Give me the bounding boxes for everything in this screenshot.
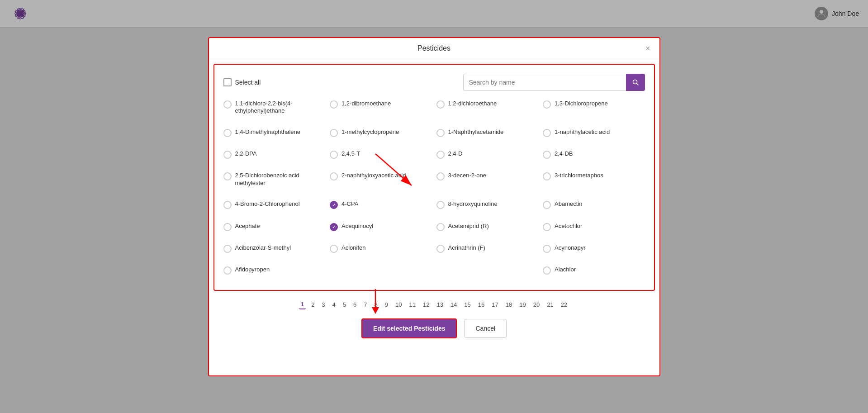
page-number-13[interactable]: 13 (435, 300, 445, 309)
list-item[interactable]: 4-Bromo-2-Chlorophenol (223, 200, 326, 215)
list-item[interactable]: 1,4-Dimethylnaphthalene (223, 128, 326, 143)
list-item[interactable]: 3-decen-2-one (436, 172, 539, 193)
list-item[interactable]: 1-Naphthylacetamide (436, 128, 539, 143)
radio-button[interactable] (223, 172, 232, 180)
radio-button[interactable] (330, 245, 338, 253)
pesticide-name: 8-hydroxyquinoline (448, 200, 498, 208)
radio-button[interactable] (330, 172, 338, 180)
list-item[interactable]: ✓4-CPA (330, 200, 432, 215)
pesticide-name: Afidopyropen (235, 266, 270, 274)
radio-button[interactable] (543, 223, 551, 231)
page-number-19[interactable]: 19 (517, 300, 527, 309)
list-item[interactable]: ✓Acequinocyl (330, 223, 432, 237)
list-item[interactable]: Acrinathrin (F) (436, 244, 539, 259)
list-item[interactable]: 1,1-dichloro-2,2-bis(4-ethylphenyl)ethan… (223, 100, 326, 121)
edit-selected-button[interactable]: Edit selected Pesticides (361, 318, 457, 338)
radio-button[interactable] (436, 172, 445, 180)
pesticide-name: 1-methylcyclopropene (342, 128, 399, 136)
page-number-14[interactable]: 14 (449, 300, 459, 309)
radio-button[interactable] (223, 245, 232, 253)
page-number-2[interactable]: 2 (309, 300, 316, 309)
page-number-18[interactable]: 18 (504, 300, 514, 309)
radio-button[interactable] (543, 172, 551, 180)
pesticide-name: 1,1-dichloro-2,2-bis(4-ethylphenyl)ethan… (235, 100, 326, 115)
radio-button[interactable] (543, 151, 551, 159)
page-number-15[interactable]: 15 (462, 300, 472, 309)
page-number-1[interactable]: 1 (299, 300, 306, 309)
list-item[interactable]: Acetochlor (543, 223, 645, 237)
search-button[interactable] (626, 74, 645, 91)
list-item[interactable]: 2-naphthyloxyacetic acid (330, 172, 432, 193)
list-item[interactable]: 2,4-D (436, 150, 539, 165)
cancel-button[interactable]: Cancel (464, 319, 507, 338)
modal-close-button[interactable]: × (645, 43, 650, 53)
page-number-16[interactable]: 16 (476, 300, 486, 309)
list-item[interactable]: Acephate (223, 223, 326, 237)
list-item[interactable]: Acibenzolar-S-methyl (223, 244, 326, 259)
radio-button[interactable] (330, 151, 338, 159)
select-all-checkbox[interactable] (223, 78, 232, 86)
page-number-6[interactable]: 6 (351, 300, 358, 309)
list-item[interactable]: Aclonifen (330, 244, 432, 259)
page-number-17[interactable]: 17 (490, 300, 500, 309)
radio-button[interactable] (223, 151, 232, 159)
radio-button[interactable]: ✓ (330, 201, 338, 209)
pesticide-name: 2,4,5-T (342, 150, 360, 158)
select-all-area[interactable]: Select all (223, 78, 261, 86)
page-number-12[interactable]: 12 (421, 300, 431, 309)
list-item[interactable]: 2,5-Dichlorobenzoic acid methylester (223, 172, 326, 193)
radio-button[interactable] (330, 129, 338, 137)
radio-button[interactable]: ✓ (330, 223, 338, 231)
radio-button[interactable] (543, 266, 551, 275)
list-item[interactable]: 8-hydroxyquinoline (436, 200, 539, 215)
page-number-3[interactable]: 3 (320, 300, 327, 309)
radio-button[interactable] (436, 151, 445, 159)
page-number-21[interactable]: 21 (545, 300, 555, 309)
list-item[interactable]: Alachlor (543, 266, 645, 280)
radio-button[interactable] (223, 129, 232, 137)
radio-button[interactable] (543, 129, 551, 137)
radio-button[interactable] (223, 100, 232, 109)
page-number-11[interactable]: 11 (407, 300, 417, 309)
page-number-9[interactable]: 9 (383, 300, 390, 309)
radio-button[interactable] (543, 245, 551, 253)
list-item[interactable]: 1-methylcyclopropene (330, 128, 432, 143)
pesticide-name: 3-decen-2-one (448, 172, 487, 180)
radio-button[interactable] (436, 201, 445, 209)
page-number-10[interactable]: 10 (394, 300, 403, 309)
radio-button[interactable] (436, 129, 445, 137)
modal-title: Pesticides (417, 44, 451, 52)
list-item[interactable]: 2,2-DPA (223, 150, 326, 165)
pesticide-name: 4-Bromo-2-Chlorophenol (235, 200, 300, 208)
radio-button[interactable] (436, 245, 445, 253)
radio-button[interactable] (330, 100, 338, 109)
page-number-7[interactable]: 7 (362, 300, 369, 309)
radio-button[interactable] (543, 100, 551, 109)
radio-button[interactable] (436, 100, 445, 109)
list-item[interactable]: Afidopyropen (223, 266, 326, 280)
list-item[interactable]: 2,4,5-T (330, 150, 432, 165)
list-item[interactable]: 1,2-dibromoethane (330, 100, 432, 121)
list-item[interactable]: Abamectin (543, 200, 645, 215)
page-number-4[interactable]: 4 (331, 300, 337, 309)
page-number-22[interactable]: 22 (559, 300, 569, 309)
list-item[interactable]: 2,4-DB (543, 150, 645, 165)
radio-button[interactable] (223, 201, 232, 209)
modal-header: Pesticides × (209, 38, 659, 59)
list-item[interactable]: 1,3-Dichloropropene (543, 100, 645, 121)
list-item[interactable]: 1,2-dichloroethane (436, 100, 539, 121)
radio-button[interactable] (436, 223, 445, 231)
list-item[interactable]: 3-trichlormetaphos (543, 172, 645, 193)
pesticide-name: Acetochlor (555, 223, 582, 230)
list-item[interactable]: Acetamiprid (R) (436, 223, 539, 237)
svg-marker-11 (372, 307, 379, 314)
pesticides-grid: 1,1-dichloro-2,2-bis(4-ethylphenyl)ethan… (223, 100, 645, 281)
page-number-20[interactable]: 20 (531, 300, 541, 309)
radio-button[interactable] (543, 201, 551, 209)
list-item[interactable]: Acynonapyr (543, 244, 645, 259)
radio-button[interactable] (223, 223, 232, 231)
list-item[interactable]: 1-naphthylacetic acid (543, 128, 645, 143)
radio-button[interactable] (223, 266, 232, 275)
page-number-5[interactable]: 5 (341, 300, 348, 309)
search-input[interactable] (463, 74, 626, 91)
